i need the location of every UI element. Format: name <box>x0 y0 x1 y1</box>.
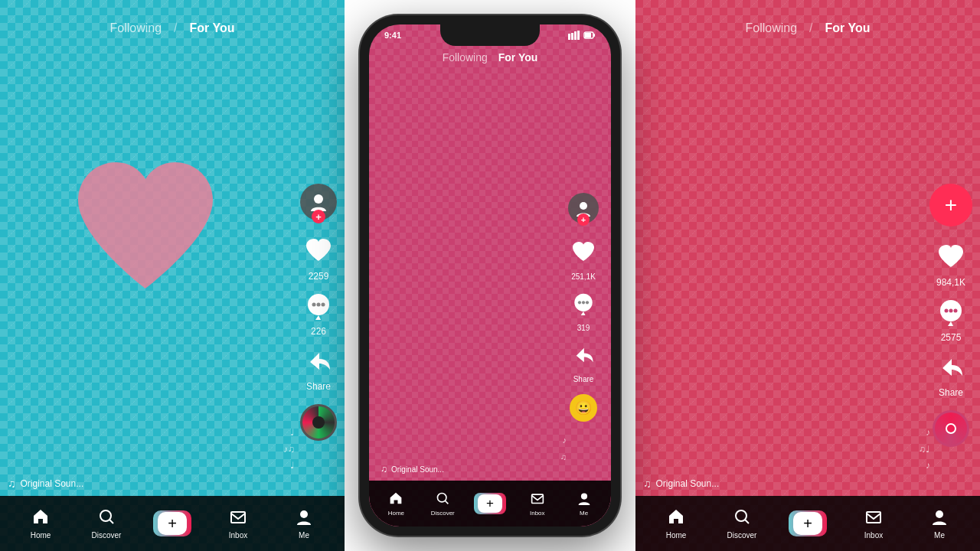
phone-home-label: Home <box>388 510 404 517</box>
left-me-icon <box>296 508 312 530</box>
right-discover-tab[interactable]: Discover <box>723 508 761 540</box>
phone-inbox-tab[interactable]: Inbox <box>522 491 553 517</box>
phone-sound-icon: ♫ <box>381 464 387 474</box>
right-home-tab[interactable]: Home <box>657 508 695 540</box>
svg-rect-10 <box>571 33 573 40</box>
right-inbox-tab[interactable]: Inbox <box>854 508 893 540</box>
left-home-icon <box>32 508 49 530</box>
svg-rect-12 <box>577 31 580 40</box>
phone-following-tab[interactable]: Following <box>443 51 488 64</box>
left-inbox-tab[interactable]: Inbox <box>219 508 257 540</box>
left-home-tab[interactable]: Home <box>21 508 60 540</box>
right-inbox-icon <box>865 508 882 530</box>
left-avatar-circle: + <box>300 184 337 220</box>
left-comment-btn[interactable]: 226 <box>300 288 337 337</box>
left-sound-text: Original Soun... <box>21 478 84 489</box>
phone-comments-count: 319 <box>577 324 590 332</box>
phone-status-right <box>568 31 596 40</box>
right-comment-btn[interactable]: 2575 <box>933 294 969 343</box>
left-discover-tab[interactable]: Discover <box>87 508 126 540</box>
left-plus-btn[interactable]: + <box>153 510 191 536</box>
phone-plus-icon: + <box>474 493 506 514</box>
left-avatar-btn[interactable]: + <box>300 184 337 220</box>
svg-line-30 <box>745 520 749 523</box>
phone-share-btn[interactable]: Share <box>565 337 602 383</box>
right-plus-nav[interactable]: + <box>789 510 827 536</box>
right-heart-icon <box>933 239 969 276</box>
right-discover-label: Discover <box>727 531 757 540</box>
left-like-btn[interactable]: 2259 <box>300 233 337 282</box>
svg-point-19 <box>582 301 585 304</box>
left-top-nav: Following / For You <box>0 21 345 35</box>
phone-foryou-tab[interactable]: For You <box>498 51 538 64</box>
phone-home-icon <box>389 491 403 509</box>
svg-rect-14 <box>593 34 595 37</box>
left-foryou-tab[interactable]: For You <box>190 21 235 35</box>
left-share-icon <box>300 343 337 380</box>
phone-home-tab[interactable]: Home <box>381 491 411 517</box>
phone-sound-bar: ♫ Original Soun... <box>381 464 444 474</box>
phone-mockup: 9:41 Following For You <box>360 15 620 536</box>
right-home-label: Home <box>666 531 687 540</box>
phone-inbox-icon <box>531 491 544 509</box>
right-like-btn[interactable]: 984,1K <box>933 239 969 288</box>
right-share-btn[interactable]: Share <box>933 349 969 398</box>
svg-rect-11 <box>574 31 577 40</box>
phone-like-btn[interactable]: 251,1K <box>565 234 602 281</box>
right-me-tab[interactable]: Me <box>920 508 959 540</box>
phone-discover-tab[interactable]: Discover <box>427 491 458 517</box>
phone-discover-icon <box>436 491 449 509</box>
left-sound-bar: ♫ Original Soun... <box>8 478 83 490</box>
phone-avatar-btn[interactable]: + <box>568 193 599 223</box>
phone-action-buttons: + 251,1K <box>565 193 602 422</box>
svg-rect-9 <box>568 34 570 40</box>
phone-emoji-disc: 😀 <box>570 394 597 422</box>
phone-notch <box>440 24 540 46</box>
left-share-btn[interactable]: Share <box>300 343 337 392</box>
phone-heart-icon <box>565 234 602 271</box>
svg-point-32 <box>936 510 943 518</box>
right-me-label: Me <box>934 531 945 540</box>
right-sound-text: Original Soun... <box>656 478 720 489</box>
svg-rect-31 <box>867 512 880 523</box>
big-heart <box>61 153 230 306</box>
right-large-plus-circle: + <box>929 184 972 227</box>
phone-likes-count: 251,1K <box>571 272 596 281</box>
phone-inbox-label: Inbox <box>530 510 545 517</box>
phone-sound-text: Original Soun... <box>391 465 444 474</box>
right-disc-inner <box>946 423 956 434</box>
phone-share-label: Share <box>573 375 594 383</box>
svg-line-22 <box>445 500 448 504</box>
svg-point-8 <box>300 510 308 518</box>
svg-point-3 <box>317 303 321 307</box>
phone-time: 9:41 <box>384 31 401 40</box>
svg-point-5 <box>100 510 111 521</box>
phone-me-label: Me <box>580 510 588 517</box>
left-music-notes: ♩♪♫♩ <box>283 425 295 474</box>
phone-me-icon <box>577 491 591 509</box>
phone-me-tab[interactable]: Me <box>569 491 599 517</box>
svg-point-21 <box>438 493 446 501</box>
svg-point-0 <box>314 194 323 204</box>
svg-line-6 <box>109 520 113 523</box>
center-panel: 9:41 Following For You <box>345 0 635 551</box>
left-following-tab[interactable]: Following <box>109 21 162 35</box>
right-sound-bar: ♫ Original Soun... <box>643 478 719 490</box>
left-add-badge: + <box>312 210 325 223</box>
right-me-icon <box>931 508 948 530</box>
svg-rect-23 <box>531 494 543 503</box>
right-nav-divider: / <box>809 21 812 35</box>
svg-point-24 <box>580 493 586 499</box>
right-following-tab[interactable]: Following <box>745 21 797 35</box>
right-comments-count: 2575 <box>941 332 962 343</box>
svg-point-26 <box>945 309 949 313</box>
phone-plus-btn[interactable]: + <box>474 493 506 514</box>
left-comment-icon <box>300 288 337 324</box>
right-foryou-tab[interactable]: For You <box>825 21 871 35</box>
svg-rect-7 <box>231 512 245 523</box>
right-plus-btn[interactable]: + <box>929 184 972 227</box>
phone-comment-btn[interactable]: 319 <box>565 285 602 332</box>
left-inbox-label: Inbox <box>229 531 247 540</box>
left-me-tab[interactable]: Me <box>285 508 323 540</box>
left-disc-inner <box>312 416 325 429</box>
